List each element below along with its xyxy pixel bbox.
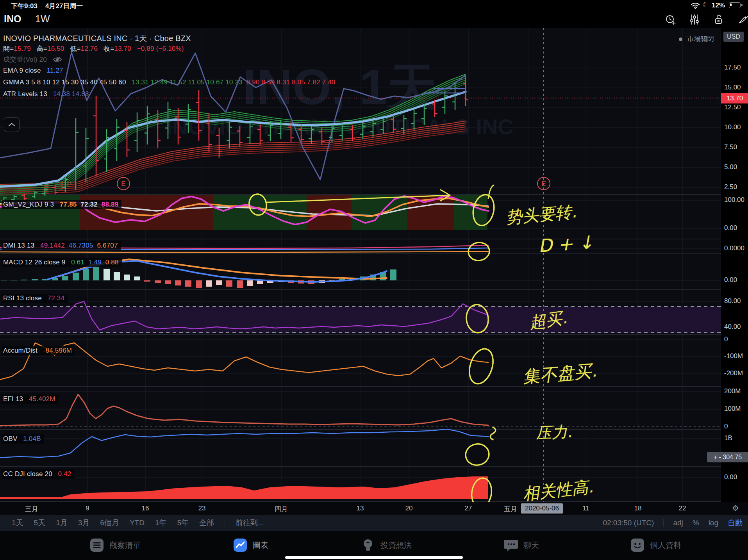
indicator-settings-icon[interactable] — [688, 13, 701, 26]
price-tick: 5.00 — [724, 163, 737, 171]
symbol-button[interactable]: INO — [4, 13, 21, 25]
chat-bubble-icon — [503, 537, 519, 553]
price-tick: 10.00 — [724, 123, 741, 131]
nav-item-ideas[interactable]: 投資想法 — [360, 537, 412, 553]
legend-ema[interactable]: EMA 9 close 11.27 — [3, 67, 63, 75]
price-tick: 7.50 — [724, 143, 737, 151]
nav-item-profile[interactable]: 個人資料 — [630, 537, 681, 553]
dnd-moon-icon: ☾ — [702, 1, 708, 9]
chart-toolbar: 1天 5天 1月 3月 6個月 YTD 1年 5年 全部 前往到... 02:0… — [0, 515, 748, 531]
rsi-tick: 80.00 — [724, 297, 741, 305]
legend-dmi[interactable]: DMI 13 13 49.1442 46.7305 6.6707 — [2, 241, 121, 250]
nav-item-watchlist[interactable]: 觀察清單 — [89, 537, 141, 553]
legend-efi[interactable]: EFI 13 45.402M — [2, 394, 59, 404]
collapse-button[interactable] — [4, 117, 20, 132]
legend-accum[interactable]: Accum/Dist -84.596M — [2, 346, 75, 355]
unlock-icon[interactable] — [712, 13, 725, 26]
timescale-settings-gear-icon[interactable]: ⚙ — [732, 503, 739, 513]
range-1y[interactable]: 1年 — [155, 518, 167, 528]
range-3m[interactable]: 3月 — [78, 518, 90, 528]
currency-button[interactable]: USD — [723, 32, 744, 42]
price-tick: 2.50 — [724, 183, 737, 191]
range-5d[interactable]: 5天 — [34, 518, 46, 528]
profile-smiley-icon — [630, 537, 645, 553]
range-1m[interactable]: 1月 — [56, 518, 68, 528]
nav-item-chart[interactable]: 圖表 — [232, 537, 268, 553]
wifi-icon — [691, 2, 700, 9]
status-time: 下午9:03 — [11, 2, 37, 11]
accum-tick: -200M — [724, 369, 743, 377]
x-tick: 三月 — [25, 505, 38, 514]
legend-rsi[interactable]: RSI 13 close 72.34 — [2, 294, 68, 303]
x-tick: 20 — [405, 505, 413, 512]
efi-tick: 200M — [724, 387, 741, 395]
auto-toggle[interactable]: 自動 — [728, 518, 743, 528]
legend-obv[interactable]: OBV 1.04B — [2, 434, 44, 444]
percent-toggle[interactable]: % — [693, 519, 699, 527]
efi-tick: 100M — [724, 405, 741, 413]
accum-tick: -100M — [724, 352, 743, 360]
timeframe-button[interactable]: 1W — [35, 13, 50, 25]
kdj-tick: 0.00 — [724, 224, 737, 232]
x-tick: 16 — [142, 505, 149, 512]
cc-tick: 0.00 — [724, 473, 737, 481]
svg-text:E: E — [541, 180, 546, 187]
dmi-tick: 0.0000 — [724, 244, 744, 252]
svg-text:E: E — [121, 180, 125, 187]
home-indicator[interactable] — [285, 556, 463, 559]
crosshair-date-badge: 2020-05-06 — [521, 503, 563, 514]
goto-date-button[interactable]: 前往到... — [236, 518, 264, 528]
draw-brush-icon[interactable] — [737, 13, 748, 26]
scale-adjust-badge[interactable]: + - 304.75 — [707, 452, 748, 462]
app-header: INO 1W — [0, 11, 748, 28]
price-tick: 17.50 — [724, 64, 741, 71]
nav-item-chat[interactable]: 聊天 — [503, 537, 539, 553]
legend-kdj[interactable]: GM_V2_KDJ 9 3 77.85 72.32 88.89 — [2, 200, 121, 209]
price-scale[interactable]: 17.50 15.00 12.50 10.00 7.50 5.00 2.50 1… — [721, 28, 748, 502]
market-status: 市場關閉 — [679, 34, 714, 43]
legend-gmma[interactable]: GMMA 3 5 8 10 12 15 30 35 40 45 50 60 13… — [3, 78, 336, 86]
obv-tick: 1B — [724, 434, 732, 442]
ohlc-row: 開=15.79 高=16.50 低=12.76 收=13.70 −0.89 (−… — [3, 44, 184, 53]
clock-utc[interactable]: 02:03:50 (UTC) — [603, 519, 654, 527]
adjust-toggle[interactable]: adj — [673, 519, 683, 527]
time-scale[interactable]: 三月 9 16 23 四月 13 20 27 五月 11 18 22 2020-… — [0, 502, 748, 515]
accum-tick: 0 — [724, 335, 728, 343]
battery-icon — [729, 2, 741, 8]
legend-volume[interactable]: 成交量(Vol) 20 — [3, 55, 62, 64]
chart-icon — [232, 537, 248, 553]
x-tick: 22 — [679, 505, 686, 512]
bottom-nav: 觀察清單 圖表 投資想法 聊天 個人資料 — [0, 531, 748, 560]
x-tick: 13 — [357, 505, 364, 512]
market-status-dot — [679, 37, 682, 41]
x-tick: 11 — [582, 505, 589, 512]
last-price-badge: 13.70 — [721, 93, 748, 103]
battery-nub — [741, 4, 743, 6]
legend-atr[interactable]: ATR Levels 13 14.38 14.88 — [3, 90, 89, 98]
x-tick: 五月 — [504, 505, 517, 514]
range-6m[interactable]: 6個月 — [100, 518, 119, 528]
range-ytd[interactable]: YTD — [130, 519, 145, 527]
legend-macd[interactable]: MACD 12 26 close 9 0.61 1.49 0.88 — [2, 258, 122, 267]
range-1d[interactable]: 1天 — [12, 518, 23, 528]
x-tick: 四月 — [275, 505, 288, 514]
chevron-up-icon — [8, 123, 15, 127]
kdj-tick: 100.00 — [724, 196, 744, 204]
x-tick: 23 — [198, 505, 206, 512]
range-5y[interactable]: 5年 — [177, 518, 189, 528]
x-tick: 27 — [465, 505, 472, 512]
price-tick: 12.50 — [724, 103, 741, 111]
x-tick: 18 — [634, 505, 642, 512]
chart-title: INOVIO PHARMACEUTICALS INC · 1天 · Cboe B… — [3, 33, 191, 44]
price-tick: 15.00 — [724, 84, 741, 91]
toolbar-divider — [225, 519, 225, 527]
rsi-tick: 40.00 — [724, 323, 741, 331]
log-toggle[interactable]: log — [709, 519, 718, 527]
legend-cc[interactable]: CC DJI close 20 0.42 — [2, 469, 75, 479]
svg-text:INO, 1天: INO, 1天 — [243, 59, 437, 115]
range-all[interactable]: 全部 — [199, 518, 214, 528]
alert-add-icon[interactable] — [664, 13, 677, 26]
eye-hidden-icon[interactable] — [53, 56, 62, 63]
x-tick: 9 — [86, 505, 89, 512]
status-bar: 下午9:03 4月27日周一 ☾ 12% — [0, 0, 748, 11]
